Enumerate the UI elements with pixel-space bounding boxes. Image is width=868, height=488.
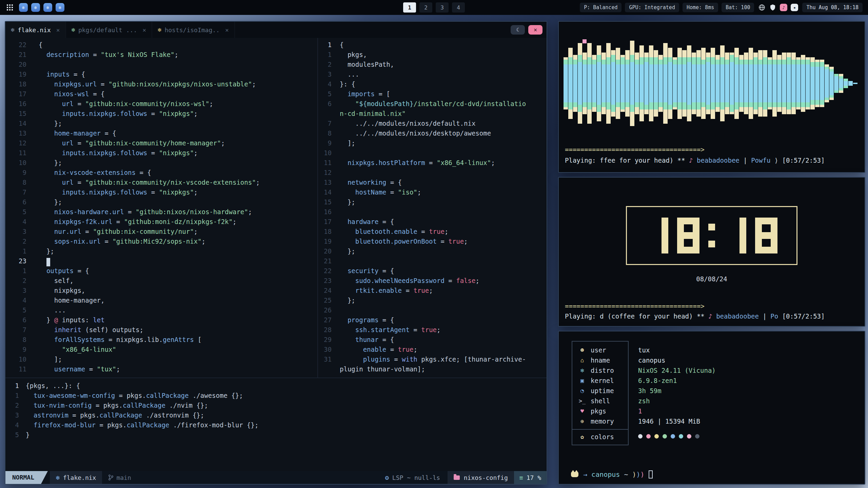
scroll-percent: ≡ 17 %: [514, 471, 547, 484]
palette-dot: [687, 434, 691, 439]
code-line: 7 inherit (self) outputs;: [5, 325, 317, 335]
code-line: 22{: [5, 40, 317, 50]
packages-icon: ♥: [578, 408, 587, 414]
pinned-app-icon[interactable]: ❄: [43, 3, 52, 12]
tab-label: flake.nix: [18, 26, 51, 34]
network-icon[interactable]: [758, 4, 766, 11]
code-line: 24 rtkit.enable = true;: [318, 286, 547, 296]
fetch-label: kernel: [591, 377, 614, 384]
code-line: 9 ];: [318, 138, 547, 148]
code-line: 10 };: [5, 158, 317, 168]
fetch-row: ❄distro: [572, 365, 628, 375]
workspace-tag-4[interactable]: 4: [452, 2, 465, 13]
color-palette-dots: [638, 431, 716, 441]
clock-window[interactable]: 08/08/24 ===============================…: [558, 177, 865, 327]
editor-tab[interactable]: ❄flake.nix×: [5, 22, 66, 38]
fetch-row: ✿colors: [572, 432, 628, 442]
shield-icon[interactable]: [769, 4, 776, 11]
code-line: 10 ];: [5, 354, 317, 364]
statusline: NORMAL ❄ flake.nix main ⚙ LSP ~ null-ls …: [5, 471, 547, 484]
code-line: 23: [5, 256, 317, 266]
visualizer-window[interactable]: ===================================> Pla…: [558, 21, 865, 173]
code-line: 21: [318, 256, 547, 266]
buffer-tabline: ❄flake.nix×❄pkgs/default ...×❄hosts/isoI…: [5, 22, 547, 38]
shell-prompt[interactable]: → canopus ~ ))): [571, 470, 653, 479]
app-launcher-button[interactable]: [5, 3, 14, 12]
prompt-text: → canopus ~ ))): [583, 470, 645, 479]
fetch-value: tux: [638, 345, 716, 355]
fetch-row: ⊕memory: [572, 416, 628, 426]
code-line: 28 ssh.startAgent = true;: [318, 325, 547, 335]
workspace-tag-2[interactable]: 2: [419, 2, 432, 13]
code-line: 20 };: [318, 246, 547, 256]
workspace-tag-3[interactable]: 3: [436, 2, 449, 13]
fetch-value: canopus: [638, 355, 716, 365]
percent-label: 17 %: [527, 474, 541, 481]
code-line: 11 nixpkgs.hostPlatform = "x86_64-linux"…: [318, 158, 547, 168]
pinned-app-icon[interactable]: ❄: [56, 3, 64, 12]
branch-label: main: [116, 474, 131, 481]
shell-icon: >_: [578, 398, 587, 404]
code-line: 4}: {: [318, 79, 547, 89]
volume-icon[interactable]: ▪: [791, 4, 798, 11]
code-pane-iso[interactable]: 1{1 pkgs,2 modulesPath,3 ...4}: {5 impor…: [318, 40, 547, 374]
fetch-divider: [572, 429, 628, 430]
code-line: plugin thunar-volman];: [318, 364, 547, 374]
lsp-label: LSP ~ null-ls: [392, 474, 440, 481]
music-player-icon[interactable]: ♪: [780, 4, 787, 11]
fetch-label: uptime: [591, 387, 614, 394]
code-pane-flake[interactable]: 22{21 description = "tux's NixOS Flake";…: [5, 40, 317, 374]
code-line: 5 nixos-hardware.url = "github:nixos/nix…: [5, 207, 317, 217]
editor-window[interactable]: ❄flake.nix×❄pkgs/default ...×❄hosts/isoI…: [5, 21, 547, 485]
code-line: 6 "${modulesPath}/installer/cd-dvd/insta…: [318, 99, 547, 109]
workspace-tag-1[interactable]: 1: [403, 2, 416, 13]
code-line: 14 };: [5, 119, 317, 128]
status-item: Home: 8ms: [683, 3, 718, 12]
pinned-app-icon[interactable]: ❄: [31, 3, 40, 12]
code-line: n-cd-minimal.nix": [318, 109, 547, 119]
close-icon[interactable]: ×: [225, 26, 229, 34]
code-line: 18 nixpkgs.url = "github:nixos/nixpkgs/n…: [5, 79, 317, 89]
status-item: GPU: Integrated: [625, 3, 679, 12]
workspace-taglist: 1234: [403, 2, 465, 13]
code-line: 16: [318, 207, 547, 217]
topbar-left: ❄❄❄❄: [5, 3, 64, 12]
fetch-value: 6.9.8-zen1: [638, 375, 716, 386]
editor-tab[interactable]: ❄hosts/isoImag..×: [152, 22, 235, 38]
nix-icon: ❄: [56, 474, 60, 481]
separator-line: ===================================>: [565, 146, 705, 153]
pinned-apps-dock: ❄❄❄❄: [19, 3, 64, 12]
close-icon[interactable]: ×: [56, 26, 60, 34]
code-line: 1 pkgs,: [318, 50, 547, 60]
code-line: 3 nixpkgs,: [5, 286, 317, 296]
code-line: 1 };: [5, 246, 317, 256]
kernel-icon: ▣: [578, 377, 587, 384]
palette-dot: [663, 434, 667, 439]
tab-label: hosts/isoImag..: [164, 26, 220, 34]
filename-label: flake.nix: [63, 474, 96, 481]
ontop-toggle-button[interactable]: ☾: [511, 25, 525, 35]
code-line: 19 inputs = {: [5, 69, 317, 79]
clock-digit: [677, 218, 699, 253]
fetch-value: zsh: [638, 396, 716, 406]
code-line: 17 hardware = {: [318, 217, 547, 227]
code-line: 4 firefox-mod-blur = pkgs.callPackage ./…: [5, 420, 547, 430]
code-line: 3 astronvim = pkgs.callPackage ./astronv…: [5, 410, 547, 420]
fetch-label: distro: [591, 367, 614, 374]
code-line: 20: [5, 60, 317, 69]
fetch-window[interactable]: ☻user⌂hname❄distro▣kernel◔uptime>_shell♥…: [558, 331, 865, 485]
fetch-row: >_shell: [572, 396, 628, 406]
horizontal-split-separator[interactable]: [5, 378, 547, 378]
fetch-row: ♥pkgs: [572, 406, 628, 416]
fetch-row: ▣kernel: [572, 375, 628, 386]
close-window-button[interactable]: ×: [528, 25, 542, 35]
clock-digit: [646, 218, 668, 253]
editor-tab[interactable]: ❄pkgs/default ...×: [66, 22, 152, 38]
pinned-app-icon[interactable]: ❄: [19, 3, 28, 12]
code-pane-pkgs[interactable]: 1{pkgs, ...}: {1 tux-awesome-wm-config =…: [5, 381, 547, 440]
code-line: 17 nixos-wsl = {: [5, 89, 317, 99]
code-line: 16 url = "github:nix-community/nixos-wsl…: [5, 99, 317, 109]
close-icon[interactable]: ×: [142, 26, 146, 34]
fetch-values: tuxcanopusNixOS 24.11 (Vicuna)6.9.8-zen1…: [638, 341, 716, 441]
fetch-value: 1: [638, 406, 716, 416]
